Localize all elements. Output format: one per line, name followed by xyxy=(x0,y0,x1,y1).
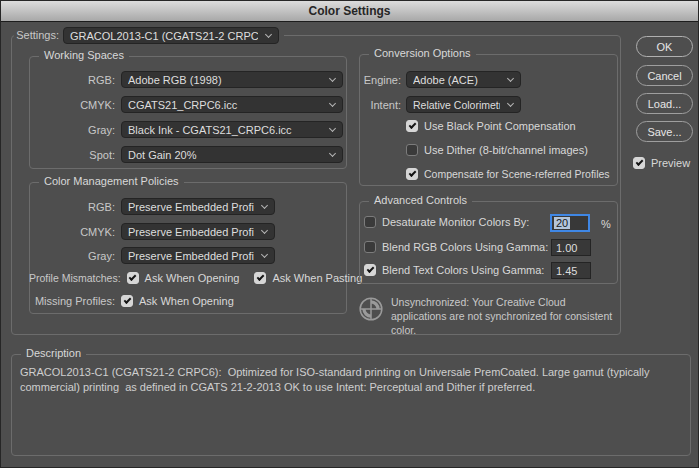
ws-spot-value: Dot Gain 20% xyxy=(128,149,322,161)
ask-when-pasting-checkbox[interactable] xyxy=(254,272,266,284)
check-icon xyxy=(123,296,131,304)
sync-status-icon xyxy=(358,296,384,322)
pol-cmyk-value: Preserve Embedded Profiles xyxy=(128,226,254,238)
ws-rgb-dropdown[interactable]: Adobe RGB (1998) xyxy=(121,71,343,88)
chevron-down-icon xyxy=(507,99,514,106)
missing-ask-when-opening-checkbox[interactable] xyxy=(121,295,133,307)
check-icon xyxy=(257,273,265,281)
ws-rgb-label: RGB: xyxy=(29,74,115,86)
blend-rgb-gamma-checkbox[interactable] xyxy=(364,241,376,253)
ask-when-opening-checkbox[interactable] xyxy=(127,272,139,284)
desaturate-percent-field[interactable]: 20 xyxy=(550,214,590,232)
chevron-down-icon xyxy=(261,201,268,208)
blend-text-gamma-value: 1.45 xyxy=(556,265,577,277)
ok-button[interactable]: OK xyxy=(636,36,693,57)
blend-text-gamma-checkbox[interactable] xyxy=(364,264,376,276)
ws-cmyk-label: CMYK: xyxy=(29,99,115,111)
chevron-down-icon xyxy=(507,74,514,81)
title-bar: Color Settings xyxy=(1,1,698,22)
preview-label: Preview xyxy=(651,157,690,169)
description-title: Description xyxy=(21,347,86,359)
blend-rgb-gamma-label: Blend RGB Colors Using Gamma: xyxy=(382,241,548,253)
profile-mismatches-label: Profile Mismatches: xyxy=(29,272,121,284)
working-spaces-title: Working Spaces xyxy=(39,49,129,61)
ws-rgb-value: Adobe RGB (1998) xyxy=(128,74,322,86)
missing-ask-when-opening-label: Ask When Opening xyxy=(139,295,234,307)
pol-gray-value: Preserve Embedded Profiles xyxy=(128,250,254,262)
use-dither-label: Use Dither (8-bit/channel images) xyxy=(424,144,588,156)
check-icon xyxy=(635,158,643,166)
pol-rgb-value: Preserve Embedded Profiles xyxy=(128,201,254,213)
missing-profiles-label: Missing Profiles: xyxy=(29,295,115,307)
ask-when-pasting-label: Ask When Pasting xyxy=(272,272,362,284)
blend-rgb-gamma-value: 1.00 xyxy=(556,242,577,254)
pol-gray-label: Gray: xyxy=(29,250,115,262)
check-icon xyxy=(129,273,137,281)
load-button[interactable]: Load... xyxy=(636,93,693,114)
conversion-options-title: Conversion Options xyxy=(369,47,476,59)
sync-status-text: Unsynchronized: Your Creative Cloud appl… xyxy=(391,295,623,338)
ws-gray-value: Black Ink - CGATS21_CRPC6.icc xyxy=(128,124,322,136)
ws-spot-label: Spot: xyxy=(29,149,115,161)
scene-referred-checkbox[interactable] xyxy=(406,168,418,180)
chevron-down-icon xyxy=(265,30,272,37)
black-point-compensation-checkbox[interactable] xyxy=(406,120,418,132)
chevron-down-icon xyxy=(329,124,336,131)
desaturate-label: Desaturate Monitor Colors By: xyxy=(382,216,529,228)
chevron-down-icon xyxy=(261,250,268,257)
preview-checkbox[interactable] xyxy=(633,157,645,169)
intent-dropdown[interactable]: Relative Colorimetric xyxy=(406,96,521,113)
ws-cmyk-value: CGATS21_CRPC6.icc xyxy=(128,99,322,111)
check-icon xyxy=(366,265,374,273)
desaturate-percent-value: 20 xyxy=(554,217,570,229)
blend-rgb-gamma-field[interactable]: 1.00 xyxy=(551,239,591,256)
settings-preset-value: GRACOL2013-C1 (CGATS21-2 CRPC6) xyxy=(70,30,258,42)
window-title: Color Settings xyxy=(308,4,390,18)
chevron-down-icon xyxy=(329,74,336,81)
percent-suffix: % xyxy=(601,218,611,230)
ws-cmyk-dropdown[interactable]: CGATS21_CRPC6.icc xyxy=(121,96,343,113)
engine-value: Adobe (ACE) xyxy=(413,74,500,86)
color-settings-dialog: Color Settings Settings: GRACOL2013-C1 (… xyxy=(0,0,699,468)
ws-spot-dropdown[interactable]: Dot Gain 20% xyxy=(121,146,343,163)
cancel-button[interactable]: Cancel xyxy=(636,65,693,86)
pol-cmyk-label: CMYK: xyxy=(29,226,115,238)
save-button[interactable]: Save... xyxy=(636,121,693,142)
chevron-down-icon xyxy=(261,226,268,233)
pol-gray-dropdown[interactable]: Preserve Embedded Profiles xyxy=(121,247,275,264)
use-dither-checkbox[interactable] xyxy=(406,144,418,156)
chevron-down-icon xyxy=(329,99,336,106)
engine-label: Engine: xyxy=(363,74,401,86)
ws-gray-dropdown[interactable]: Black Ink - CGATS21_CRPC6.icc xyxy=(121,121,343,138)
description-text: GRACOL2013-C1 (CGATS21-2 CRPC6): Optimiz… xyxy=(20,365,682,395)
pol-cmyk-dropdown[interactable]: Preserve Embedded Profiles xyxy=(121,223,275,240)
advanced-controls-title: Advanced Controls xyxy=(369,194,472,206)
black-point-compensation-label: Use Black Point Compensation xyxy=(424,120,576,132)
desaturate-checkbox[interactable] xyxy=(364,216,376,228)
check-icon xyxy=(408,121,416,129)
ask-when-opening-label: Ask When Opening xyxy=(145,272,240,284)
settings-label: Settings: xyxy=(16,29,59,41)
ws-gray-label: Gray: xyxy=(29,124,115,136)
settings-preset-dropdown[interactable]: GRACOL2013-C1 (CGATS21-2 CRPC6) xyxy=(63,27,279,44)
pol-rgb-dropdown[interactable]: Preserve Embedded Profiles xyxy=(121,198,275,215)
scene-referred-label: Compensate for Scene-referred Profiles xyxy=(424,168,610,180)
blend-text-gamma-field[interactable]: 1.45 xyxy=(551,262,591,279)
intent-label: Intent: xyxy=(363,99,401,111)
blend-text-gamma-label: Blend Text Colors Using Gamma: xyxy=(382,264,544,276)
intent-value: Relative Colorimetric xyxy=(413,99,500,111)
check-icon xyxy=(408,169,416,177)
engine-dropdown[interactable]: Adobe (ACE) xyxy=(406,71,521,88)
policies-title: Color Management Policies xyxy=(39,175,184,187)
chevron-down-icon xyxy=(329,149,336,156)
pol-rgb-label: RGB: xyxy=(29,201,115,213)
